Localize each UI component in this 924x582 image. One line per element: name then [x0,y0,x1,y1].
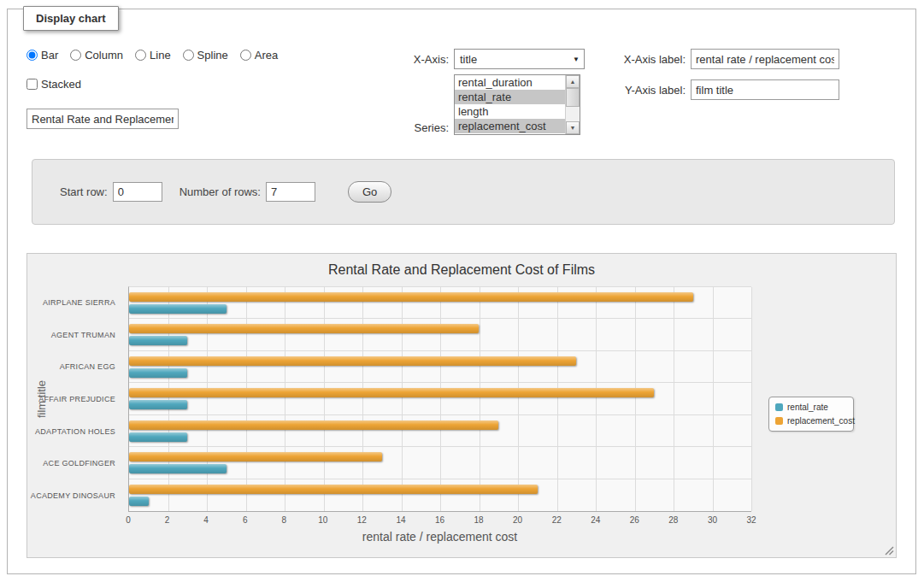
category-row [129,479,751,511]
bar-replacement_cost[interactable] [129,452,382,461]
bar-rental_rate[interactable] [129,368,187,378]
category-row [129,287,751,319]
resize-handle-icon[interactable] [885,546,894,556]
x-axis-select-label: X-Axis: [377,53,449,66]
legend-entry-replacement_cost[interactable]: replacement_cost [775,416,847,426]
x-axis-tick-labels: 02468101214161820222426283032 [128,515,751,527]
chart-type-radio-input-column[interactable] [70,50,81,61]
x-axis-label-input[interactable] [691,49,839,69]
bar-rental_rate[interactable] [129,336,187,345]
category-row [129,319,751,350]
bar-replacement_cost[interactable] [129,420,498,430]
series-option-replacement_cost[interactable]: replacement_cost [455,119,565,133]
series-listbox: rental_durationrental_ratelengthreplacem… [454,74,580,135]
bar-rental_rate[interactable] [129,304,227,314]
scrollbar-track[interactable] [566,88,580,121]
bar-replacement_cost[interactable] [129,485,538,494]
display-chart-fieldset: Display chart BarColumnLineSplineArea St… [7,9,916,574]
number-of-rows-input[interactable] [266,182,315,202]
bar-replacement_cost[interactable] [129,292,693,302]
series-option-rental_rate[interactable]: rental_rate [455,90,565,104]
rows-panel: Start row: Number of rows: Go [32,159,895,225]
bar-replacement_cost[interactable] [129,356,576,366]
category-row [129,415,751,447]
stacked-checkbox[interactable] [26,79,38,90]
start-row-label: Start row: [60,185,108,198]
scrollbar-thumb[interactable] [566,88,580,107]
series-option-length[interactable]: length [455,104,565,119]
plot-area [128,286,751,512]
chart-title: Rental Rate and Replacement Cost of Film… [27,262,896,278]
chart-legend: rental_ratereplacement_cost [768,397,854,432]
chart-type-radio-input-area[interactable] [240,50,251,61]
y-axis-label-input[interactable] [691,79,839,100]
chart-title-input[interactable] [26,109,179,129]
category-label: AGENT TRUMAN [27,319,123,351]
chart-type-radio-label: Spline [197,49,228,62]
chart-panel: Rental Rate and Replacement Cost of Film… [26,253,897,558]
category-label: ADAPTATION HOLES [27,415,123,448]
x-tick-label: 14 [396,515,405,525]
x-tick-label: 0 [126,515,131,525]
chart-type-radio-bar[interactable]: Bar [26,49,58,62]
x-tick-label: 24 [591,515,600,525]
x-axis-title: rental rate / replacement cost [128,530,751,544]
chart-type-radio-input-spline[interactable] [183,50,194,61]
chart-type-radio-input-line[interactable] [135,50,146,61]
x-tick-label: 16 [435,515,444,525]
triangle-down-icon[interactable]: ▼ [566,121,580,134]
chart-type-radio-column[interactable]: Column [70,49,123,62]
chart-type-radio-line[interactable]: Line [135,49,171,62]
bar-replacement_cost[interactable] [129,388,654,397]
x-tick-label: 6 [243,515,248,525]
series-option-rental_duration[interactable]: rental_duration [455,75,565,90]
chart-type-radio-spline[interactable]: Spline [183,49,228,62]
category-label: ACADEMY DINOSAUR [27,479,123,512]
x-tick-label: 22 [552,515,562,525]
chart-type-radio-label: Bar [41,49,58,62]
chart-type-radio-group: BarColumnLineSplineArea [26,49,278,62]
chart-type-radio-input-bar[interactable] [26,50,38,61]
legend-swatch-icon [775,417,783,425]
category-label: ACE GOLDFINGER [27,448,123,480]
series-scrollbar[interactable]: ▲ ▼ [565,75,580,134]
legend-swatch-icon [775,403,783,411]
x-tick-label: 32 [746,515,756,525]
bar-replacement_cost[interactable] [129,324,479,333]
number-of-rows-label: Number of rows: [180,185,261,198]
x-tick-label: 12 [357,515,367,525]
series-options: rental_durationrental_ratelengthreplacem… [455,75,565,134]
x-axis-label-label: X-Axis label: [610,53,686,66]
y-axis-label-label: Y-Axis label: [610,84,686,97]
x-tick-label: 28 [668,515,678,525]
category-axis-labels: AIRPLANE SIERRAAGENT TRUMANAFRICAN EGGAF… [27,286,123,512]
bar-rental_rate[interactable] [129,400,187,409]
legend-label: rental_rate [787,403,828,412]
category-row [129,383,751,414]
category-label: AFFAIR PREJUDICE [27,383,123,415]
bar-rental_rate[interactable] [129,432,187,442]
legend-entry-rental_rate[interactable]: rental_rate [775,403,847,412]
fieldset-legend: Display chart [23,6,119,31]
category-label: AFRICAN EGG [27,350,123,383]
start-row-input[interactable] [113,182,162,202]
chart-type-radio-area[interactable]: Area [240,49,278,62]
bar-rental_rate[interactable] [129,464,227,473]
triangle-up-icon[interactable]: ▲ [566,75,580,88]
bar-rental_rate[interactable] [129,497,149,506]
gridline [751,287,752,511]
x-tick-label: 30 [708,515,717,525]
x-tick-label: 18 [474,515,484,525]
chevron-down-icon: ▼ [568,56,584,63]
x-tick-label: 4 [203,515,209,525]
chart-type-radio-label: Column [85,49,123,62]
legend-label: replacement_cost [787,416,855,426]
category-row [129,351,751,383]
category-label: AIRPLANE SIERRA [27,286,123,319]
x-tick-label: 10 [318,515,327,525]
x-tick-label: 8 [281,515,286,525]
go-button[interactable]: Go [348,181,391,203]
x-axis-select[interactable]: title ▼ [454,49,585,69]
x-tick-label: 20 [513,515,522,525]
series-list-label: Series: [377,121,449,134]
